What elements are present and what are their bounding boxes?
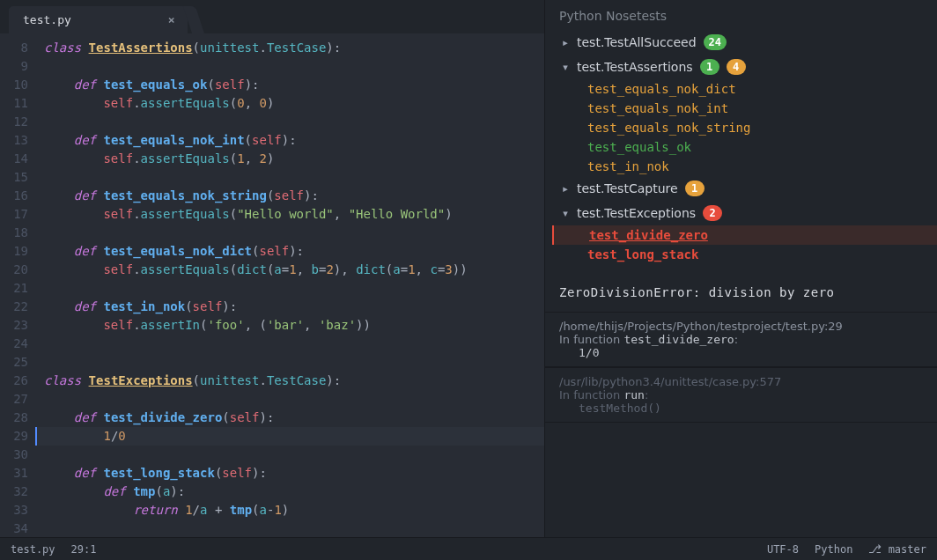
test-results-pane: Python Nosetests ▸test.TestAllSucceed24▾… [544, 0, 937, 537]
count-badge: 24 [704, 34, 727, 50]
test-suite[interactable]: ▾test.TestAssertions14 [552, 55, 930, 79]
suite-name: test.TestAllSucceed [577, 35, 697, 49]
test-item[interactable]: test_in_nok [587, 157, 930, 176]
close-icon[interactable]: × [168, 13, 175, 26]
line-number-gutter: 8910111213141516171819202122232425262728… [0, 33, 35, 537]
test-suite[interactable]: ▸test.TestAllSucceed24 [552, 30, 930, 55]
editor-pane: test.py × 891011121314151617181920212223… [0, 0, 544, 537]
chevron-right-icon: ▸ [561, 37, 570, 48]
tab-filename: test.py [23, 13, 71, 26]
status-branch[interactable]: ⎇ master [868, 542, 926, 556]
test-tree: ▸test.TestAllSucceed24▾test.TestAssertio… [545, 30, 937, 273]
stack-frame[interactable]: /usr/lib/python3.4/unittest/case.py:577I… [545, 367, 937, 423]
suite-name: test.TestExceptions [577, 206, 696, 220]
chevron-right-icon: ▸ [561, 183, 570, 195]
test-item[interactable]: test_equals_nok_dict [587, 79, 930, 99]
chevron-down-icon: ▾ [561, 208, 570, 219]
count-badge: 1 [685, 181, 705, 196]
status-filename[interactable]: test.py [11, 543, 55, 556]
test-item[interactable]: test_divide_zero [552, 225, 937, 245]
test-item[interactable]: test_equals_nok_string [587, 118, 930, 137]
code-content[interactable]: class TestAssertions(unittest.TestCase):… [35, 33, 544, 537]
error-title: ZeroDivisionError: division by zero [559, 280, 923, 305]
status-bar: test.py 29:1 UTF-8 Python ⎇ master [0, 537, 937, 560]
count-badge: 4 [727, 59, 746, 75]
suite-name: test.TestCapture [577, 181, 678, 195]
test-item[interactable]: test_equals_ok [587, 137, 930, 157]
status-cursor-pos[interactable]: 29:1 [71, 543, 97, 556]
error-detail: ZeroDivisionError: division by zero [545, 273, 937, 312]
test-suite[interactable]: ▾test.TestExceptions2 [552, 201, 930, 225]
tab-bar: test.py × [0, 0, 544, 33]
test-item[interactable]: test_equals_nok_int [587, 99, 930, 118]
count-badge: 1 [700, 59, 719, 75]
git-branch-icon: ⎇ [868, 542, 882, 556]
status-encoding[interactable]: UTF-8 [767, 543, 799, 556]
chevron-down-icon: ▾ [561, 62, 570, 73]
test-item[interactable]: test_long_stack [587, 245, 930, 264]
test-suite[interactable]: ▸test.TestCapture1 [552, 176, 930, 201]
status-language[interactable]: Python [815, 543, 852, 556]
stack-frame[interactable]: /home/thijs/Projects/Python/testproject/… [545, 312, 937, 367]
code-area[interactable]: 8910111213141516171819202122232425262728… [0, 33, 544, 537]
suite-name: test.TestAssertions [577, 60, 693, 74]
editor-tab[interactable]: test.py × [9, 6, 188, 33]
count-badge: 2 [703, 205, 722, 221]
stack-trace: /home/thijs/Projects/Python/testproject/… [545, 312, 937, 423]
test-panel-title: Python Nosetests [545, 0, 937, 30]
